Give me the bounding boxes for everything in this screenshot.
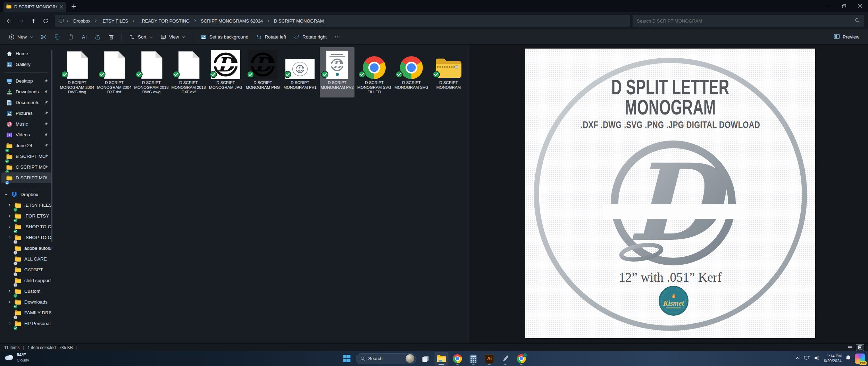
sidebar-tree-family-drive-[interactable]: FAMILY DRIVE! — [5, 307, 51, 318]
sidebar-pinned-b-script-mc[interactable]: B SCRIPT MC — [1, 151, 51, 162]
hidden-icons-chevron[interactable] — [795, 356, 800, 362]
details-view-button[interactable] — [846, 344, 854, 351]
volume-icon[interactable] — [814, 355, 820, 362]
sidebar-item-gallery[interactable]: Gallery — [1, 59, 51, 70]
expand-chevron-icon[interactable] — [8, 322, 11, 325]
breadcrumb-item[interactable]: Dropbox — [70, 17, 93, 25]
restore-button[interactable] — [836, 0, 852, 12]
toolbar-sort-button[interactable]: Sort — [125, 31, 157, 43]
expand-chevron-icon[interactable] — [4, 193, 8, 196]
sidebar-pinned-downloads[interactable]: Downloads — [1, 86, 51, 97]
notification-bell-icon[interactable] — [845, 355, 851, 362]
sidebar-tree--shop-to-cut[interactable]: .SHOP TO CUT — [5, 232, 51, 243]
expand-chevron-icon[interactable] — [8, 300, 11, 304]
close-button[interactable] — [852, 0, 868, 12]
network-icon[interactable] — [804, 355, 810, 362]
expand-chevron-icon[interactable] — [8, 289, 11, 293]
toolbar-view-button[interactable]: View — [157, 31, 189, 43]
forward-button[interactable] — [16, 15, 27, 26]
toolbar-copy-button[interactable] — [50, 31, 64, 43]
search-box[interactable] — [633, 15, 864, 27]
taskbar-chrome-profile-icon[interactable] — [515, 352, 528, 366]
file-item[interactable]: D SCRIPT MONOGRAM 2004 DWG.dwg — [60, 47, 94, 97]
toolbar-cut-button[interactable] — [37, 31, 50, 43]
toolbar-more-button[interactable] — [331, 31, 344, 43]
sidebar-pinned-d-script-mc[interactable]: D SCRIPT MC — [1, 172, 51, 183]
back-button[interactable] — [3, 15, 15, 26]
sidebar-pinned-documents[interactable]: Documents — [1, 97, 51, 108]
sidebar-pinned-music[interactable]: Music — [1, 119, 51, 129]
taskbar-file-explorer-icon[interactable] — [435, 352, 449, 366]
sidebar-tree--for-etsy[interactable]: .FOR ETSY — [5, 211, 51, 221]
file-item[interactable]: DD SCRIPT MONOGRAM PV1 — [283, 47, 317, 97]
refresh-button[interactable] — [40, 15, 51, 26]
sidebar-pinned-pictures[interactable]: Pictures — [1, 108, 51, 119]
explorer-tab[interactable]: D SCRIPT MONOGRAM — [3, 2, 66, 12]
sidebar-tree-hp-personal-m[interactable]: HP Personal M — [5, 318, 51, 329]
breadcrumb-item[interactable]: SCRIPT MONOGRAMS 62024 — [198, 17, 266, 25]
file-pane[interactable]: D SCRIPT MONOGRAM 2004 DWG.dwgD SCRIPT M… — [53, 45, 469, 343]
breadcrumb-item[interactable]: D SCRIPT MONOGRAM — [271, 17, 327, 25]
file-item[interactable]: DD SCRIPT MONOGRAM JPG — [208, 47, 243, 97]
breadcrumb-item[interactable]: ..READY FOR POSTING — [136, 17, 193, 25]
taskbar-calculator-icon[interactable] — [467, 352, 481, 366]
taskbar-task-view-icon[interactable] — [419, 352, 433, 366]
taskbar-search[interactable]: Search — [356, 353, 417, 364]
taskbar-start-icon[interactable] — [340, 352, 354, 366]
file-item[interactable]: D SCRIPT MONOGRAM 2004 DXF.dxf — [97, 47, 132, 97]
file-item[interactable]: D SCRIPT MONOGRAM SVG — [394, 47, 429, 97]
sidebar-pinned-june-24[interactable]: June 24 — [1, 140, 51, 151]
pin-icon — [44, 90, 48, 95]
toolbar-rotate-left-button[interactable]: Rotate left — [252, 31, 290, 43]
pin-icon — [44, 154, 48, 159]
search-input[interactable] — [637, 18, 854, 24]
new-tab-button[interactable] — [69, 1, 78, 11]
sidebar-pinned-desktop[interactable]: Desktop — [1, 76, 51, 86]
taskbar-illustrator-icon[interactable]: Ai — [483, 352, 496, 366]
expand-chevron-icon[interactable] — [8, 225, 11, 229]
toolbar-wallpaper-button[interactable]: Set as background — [197, 31, 252, 43]
file-item[interactable]: DD SCRIPT MONOGRAM PV2 — [320, 47, 354, 97]
file-item[interactable]: D SCRIPT MONOGRAM 2018 DXF.dxf — [171, 47, 206, 97]
expand-chevron-icon[interactable] — [8, 203, 11, 207]
sidebar-tree--etsy-files[interactable]: .ETSY FILES — [5, 200, 51, 211]
file-item[interactable]: D SCRIPT MONOGRAM 2018 DWG.dwg — [134, 47, 169, 97]
sidebar-tree--shop-to-cut[interactable]: .SHOP TO CUT — [5, 221, 51, 232]
expand-chevron-icon[interactable] — [8, 214, 11, 218]
taskbar-cutter-tool-icon[interactable] — [499, 352, 512, 366]
sidebar-scrollbar[interactable] — [51, 50, 52, 242]
sidebar-item-label: FAMILY DRIVE! — [24, 310, 51, 315]
sidebar-tree-downloads[interactable]: Downloads — [5, 297, 51, 307]
clock[interactable]: 1:14 PM 6/29/2024 — [824, 354, 842, 363]
weather-widget[interactable]: 64°F Cloudy — [4, 352, 29, 363]
minimize-button[interactable] — [820, 0, 836, 12]
expand-chevron-icon[interactable] — [8, 236, 11, 239]
breadcrumb-item[interactable]: .ETSY FILES — [98, 17, 131, 25]
breadcrumb[interactable]: Dropbox.ETSY FILES..READY FOR POSTINGSCR… — [55, 15, 630, 27]
sidebar-tree-all-care[interactable]: ALL CARE — [5, 254, 51, 264]
sidebar-tree-adobe-autosav[interactable]: adobe autosav — [5, 243, 51, 254]
file-item[interactable]: D SCRIPT MONOGRAM SVG FILLED — [357, 47, 392, 97]
toolbar-paste-button[interactable] — [64, 31, 77, 43]
sidebar-pinned-c-script-mc[interactable]: C SCRIPT MC — [1, 162, 51, 172]
file-item[interactable]: DD SCRIPT MONOGRAM PNG — [245, 47, 280, 97]
tab-close-icon[interactable] — [60, 4, 63, 10]
toolbar-delete-button[interactable] — [105, 31, 118, 43]
preview-toggle-button[interactable]: Preview — [830, 31, 863, 43]
bing-daily-image[interactable] — [406, 354, 415, 363]
toolbar-share-button[interactable] — [91, 31, 105, 43]
sidebar-tree-catgpt[interactable]: CATGPT — [5, 264, 51, 275]
sidebar-item-home[interactable]: Home — [1, 48, 51, 59]
sidebar-pinned-videos[interactable]: Videos — [1, 129, 51, 140]
up-button[interactable] — [28, 15, 39, 26]
toolbar-new-button[interactable]: New — [5, 31, 37, 43]
copilot-icon[interactable]: PRE — [855, 354, 865, 364]
toolbar-rotate-right-button[interactable]: Rotate right — [290, 31, 331, 43]
sidebar-dropbox-root[interactable]: Dropbox — [1, 189, 51, 200]
taskbar-chrome-icon[interactable] — [451, 352, 465, 366]
file-item[interactable]: D SCRIPT MONOGRAM — [431, 47, 466, 97]
sidebar-tree-child-support[interactable]: child support — [5, 275, 51, 286]
sidebar-tree-custom[interactable]: Custom — [5, 286, 51, 297]
toolbar-rename-button[interactable] — [77, 31, 91, 43]
thumbnail-view-button[interactable] — [856, 344, 864, 351]
